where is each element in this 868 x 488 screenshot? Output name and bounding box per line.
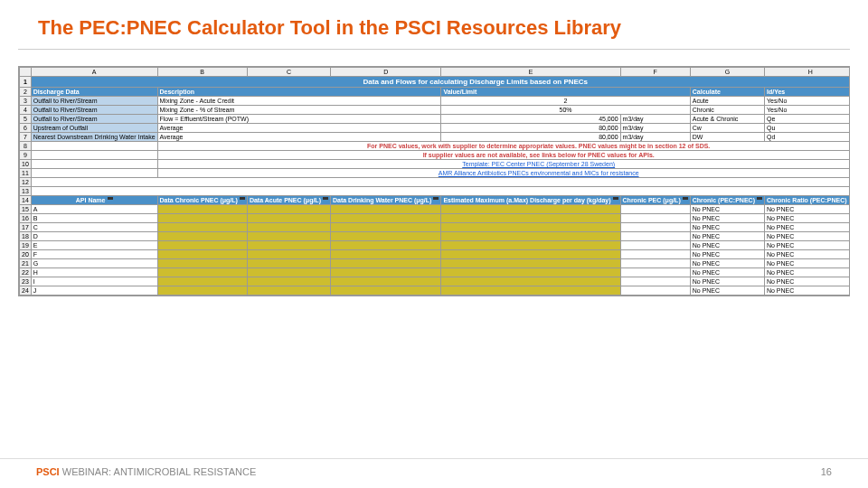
row-num: 9 xyxy=(20,151,32,160)
cell[interactable] xyxy=(441,232,620,241)
filter-icon[interactable] xyxy=(849,197,850,202)
note: If supplier values are not available, se… xyxy=(157,151,850,160)
colhdr[interactable]: Data Acute PNEC (μg/L) xyxy=(247,196,330,205)
page-number: 16 xyxy=(821,466,832,477)
row-num: 17 xyxy=(20,223,32,232)
colhdr[interactable]: Chronic Ratio (PEC:PNEC) xyxy=(764,196,850,205)
api-cell[interactable]: D xyxy=(31,232,157,241)
cell[interactable] xyxy=(441,223,620,232)
cell[interactable] xyxy=(247,205,330,214)
cell[interactable] xyxy=(247,241,330,250)
hdr-calc: Calculate xyxy=(690,88,764,97)
cell[interactable] xyxy=(441,214,620,223)
cell[interactable] xyxy=(330,223,440,232)
cell[interactable] xyxy=(157,259,247,268)
cell[interactable] xyxy=(330,259,440,268)
cell[interactable] xyxy=(157,232,247,241)
cell[interactable] xyxy=(247,277,330,286)
api-cell[interactable]: C xyxy=(31,223,157,232)
col-F: F xyxy=(620,68,690,77)
cell[interactable] xyxy=(441,286,620,296)
filter-icon[interactable] xyxy=(108,197,113,202)
cell[interactable] xyxy=(330,250,440,259)
api-cell[interactable]: B xyxy=(31,214,157,223)
cell: m3/day xyxy=(620,124,690,133)
api-cell[interactable]: H xyxy=(31,268,157,277)
api-cell[interactable]: I xyxy=(31,277,157,286)
cell[interactable] xyxy=(330,241,440,250)
cell xyxy=(620,241,690,250)
colhdr[interactable]: Estimated Maximum (a.Max) Discharge per … xyxy=(441,196,620,205)
main-header: Data and Flows for calculating Discharge… xyxy=(31,77,850,88)
api-cell[interactable]: E xyxy=(31,241,157,250)
cell[interactable] xyxy=(157,205,247,214)
cell[interactable] xyxy=(441,277,620,286)
colhdr[interactable]: Chronic PEC (μg/L) xyxy=(620,196,690,205)
filter-icon[interactable] xyxy=(683,197,688,202)
api-cell[interactable]: G xyxy=(31,259,157,268)
colhdr[interactable]: Chronic (PEC:PNEC) xyxy=(690,196,764,205)
filter-icon[interactable] xyxy=(433,197,439,202)
cell: 80,000 xyxy=(441,133,620,142)
cell[interactable] xyxy=(157,223,247,232)
data-row-4: 4 Outfall to River/Stream Mixing Zone - … xyxy=(20,106,851,115)
footer: PSCI WEBINAR: ANTIMICROBIAL RESISTANCE 1… xyxy=(0,458,868,477)
cell[interactable] xyxy=(330,232,440,241)
cell[interactable] xyxy=(441,268,620,277)
cell: Qe xyxy=(764,115,850,124)
cell: 45,000 xyxy=(441,115,620,124)
api-cell[interactable]: J xyxy=(31,286,157,296)
cell xyxy=(620,223,690,232)
hdr-desc: Description xyxy=(157,88,441,97)
colhdr[interactable]: Data Drinking Water PNEC (μg/L) xyxy=(330,196,440,205)
colhdr-api[interactable]: API Name xyxy=(31,196,157,205)
link1[interactable]: Template: PEC Center PNEC (September 28 … xyxy=(157,160,850,169)
cell[interactable] xyxy=(157,286,247,296)
cell: m3/day xyxy=(620,115,690,124)
cell[interactable] xyxy=(441,250,620,259)
api-cell[interactable]: F xyxy=(31,250,157,259)
cell[interactable] xyxy=(330,214,440,223)
cell[interactable] xyxy=(157,214,247,223)
cell[interactable] xyxy=(441,241,620,250)
cell: Flow = Effluent/Stream (POTW) xyxy=(157,115,441,124)
col-A: A xyxy=(31,68,157,77)
title-underline xyxy=(18,49,850,50)
link-row-10: 10 Template: PEC Center PNEC (September … xyxy=(20,160,851,169)
cell[interactable] xyxy=(247,268,330,277)
cell: Nearest Downstream Drinking Water Intake xyxy=(31,133,157,142)
cell[interactable] xyxy=(330,268,440,277)
cell[interactable] xyxy=(157,268,247,277)
cell[interactable] xyxy=(247,232,330,241)
filter-icon[interactable] xyxy=(240,197,245,202)
cell: No PNEC xyxy=(764,223,850,232)
cell: No PNEC xyxy=(690,259,764,268)
api-cell[interactable]: A xyxy=(31,205,157,214)
cell[interactable] xyxy=(330,205,440,214)
cell: No PNEC xyxy=(764,205,850,214)
cell[interactable] xyxy=(157,277,247,286)
cell[interactable] xyxy=(247,286,330,296)
link2[interactable]: AMR Alliance Antibiotics PNECs environme… xyxy=(157,169,850,178)
cell[interactable] xyxy=(247,223,330,232)
cell[interactable] xyxy=(330,277,440,286)
row-num: 5 xyxy=(20,115,32,124)
cell: Upstream of Outfall xyxy=(31,124,157,133)
filter-icon[interactable] xyxy=(757,197,762,202)
spreadsheet-table: A B C D E F G H I J K L M N O P Q 1 Data… xyxy=(19,67,850,296)
filter-icon[interactable] xyxy=(323,197,328,202)
table-row: 19ENo PNECNo PNECNo PNECNo PNECNo PNECNo… xyxy=(20,241,851,250)
cell[interactable] xyxy=(157,241,247,250)
cell[interactable] xyxy=(157,250,247,259)
cell[interactable] xyxy=(441,205,620,214)
colhdr[interactable]: Data Chronic PNEC (μg/L) xyxy=(157,196,247,205)
cell[interactable] xyxy=(330,286,440,296)
cell: No PNEC xyxy=(690,268,764,277)
row-num: 20 xyxy=(20,250,32,259)
cell[interactable] xyxy=(247,250,330,259)
cell[interactable] xyxy=(441,259,620,268)
cell: DW xyxy=(690,133,764,142)
cell[interactable] xyxy=(247,214,330,223)
cell[interactable] xyxy=(247,259,330,268)
filter-icon[interactable] xyxy=(613,197,618,202)
